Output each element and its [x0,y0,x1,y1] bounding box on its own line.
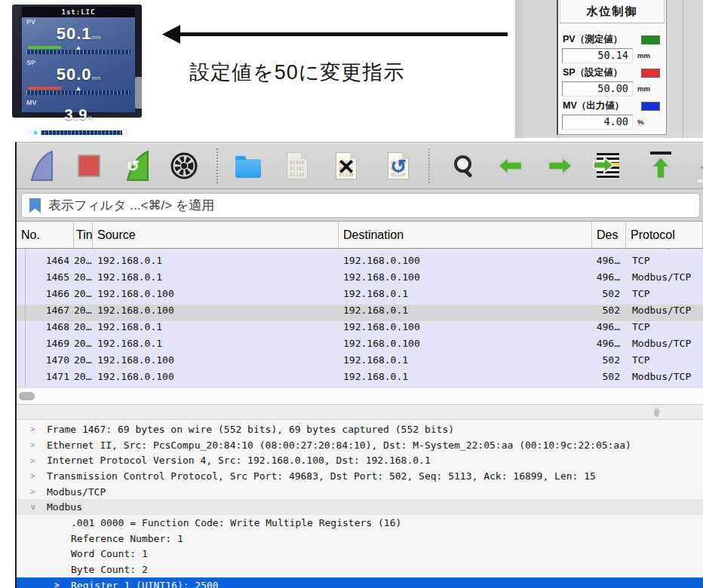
hmi-pv-swatch [641,35,660,44]
horizontal-scrollbar-thumb[interactable] [19,392,35,400]
horizontal-scrollbar [17,387,703,404]
packet-row[interactable]: 146420…192.168.0.1192.168.0.100496…TCP [17,255,703,271]
mv-label: MV [26,99,130,106]
chevron-right-icon[interactable]: > [30,487,41,496]
chevron-right-icon[interactable]: > [30,440,41,449]
packet-row[interactable]: 147120…192.168.0.100192.168.0.1502Modbus… [17,371,703,387]
save-document-icon: 01010 01101 01110 [287,152,308,179]
packet-row[interactable]: 146520…192.168.0.1192.168.0.100496…Modbu… [17,271,703,288]
column-header-protocol[interactable]: Protocol [626,222,703,248]
sp-scale [26,90,130,95]
chevron-right-icon[interactable]: > [30,456,41,465]
filter-bookmark-icon[interactable] [29,198,41,213]
display-filter-field[interactable] [21,193,700,218]
chevron-down-icon[interactable]: ∨ [30,502,41,512]
splitter-handle-icon[interactable] [654,409,659,417]
first-packet-button[interactable] [646,148,676,184]
stop-capture-button[interactable] [74,148,104,184]
capture-options-button[interactable] [169,148,199,184]
column-header-time[interactable]: Tin [74,222,93,248]
filter-bar [17,189,703,222]
detail-row-reference-number[interactable]: Reference Number: 1 [17,531,703,547]
pv-value: 50.1mm [26,26,130,46]
display-filter-input[interactable] [48,198,699,213]
find-packet-button[interactable] [449,148,479,184]
detail-row-modbus-tcp[interactable]: >Modbus/TCP [17,484,703,500]
packet-row-selected[interactable]: 146720…192.168.0.100192.168.0.1502Modbus… [17,305,703,321]
packet-row[interactable]: 146620…192.168.0.100192.168.0.1502TCP [17,288,703,305]
magnifier-icon [453,155,475,177]
mv-indicator-dot [34,131,37,134]
column-header-no[interactable]: No. [17,222,74,248]
chevron-right-icon[interactable]: > [30,424,41,433]
packet-row[interactable]: 146920…192.168.0.1192.168.0.100496…Modbu… [17,338,703,354]
hmi-mv-label: MV（出力値） [563,100,624,112]
packet-details-pane: >Frame 1467: 69 bytes on wire (552 bits)… [17,420,703,588]
packet-row[interactable]: 147020…192.168.0.100192.168.0.1502TCP [17,354,703,371]
pane-splitter[interactable] [17,404,703,420]
column-header-destination[interactable]: Destination [339,222,592,248]
wireshark-window: 01010 01101 01110 01010 01101 01110 0101… [15,142,703,588]
mv-value: 3.9% [26,106,130,127]
detail-row-byte-count[interactable]: Byte Count: 2 [17,562,703,577]
hmi-pv-label: PV（測定値） [563,33,622,46]
arrow-left-icon [496,155,524,177]
reload-document-icon: 01010 01101 01110 [388,152,409,179]
stop-square-icon [78,155,100,177]
chevron-right-icon[interactable]: > [30,471,41,480]
controller-screen: 1st:LIC PV 50.1mm SP 50.0mm MV 3.9% 閉 開 [22,7,135,112]
close-file-button[interactable]: 01010 01101 01110 [331,148,361,184]
arrow-up-icon [649,155,672,181]
sp-color-bar [28,87,61,90]
goto-packet-button[interactable] [593,148,623,184]
hmi-pv-value: 50.14 [562,48,633,63]
controller-display-photo: 1st:LIC PV 50.1mm SP 50.0mm MV 3.9% 閉 開 [12,5,142,118]
mv-pointer-icon [79,127,84,130]
detail-row-function-code[interactable]: .001 0000 = Function Code: Write Multipl… [17,515,703,531]
hmi-pv-unit: mm [637,51,650,60]
last-packet-icon [697,151,703,181]
packet-list-header: No. Tin Source Destination Des Protocol [17,222,703,249]
detail-row-ip[interactable]: >Internet Protocol Version 4, Src: 192.1… [17,452,703,468]
open-file-button[interactable] [233,148,263,184]
hmi-panel: 水位制御 PV（測定値） 50.14 mm SP（設定値） 50.00 mm M… [557,0,667,135]
packet-row-partial[interactable]: 1463 20… 192.168.0.100 192.168.0.1 502 M… [17,249,703,255]
detail-row-register-selected[interactable]: >Register 1 (UINT16): 2500 [17,577,703,588]
detail-row-modbus[interactable]: ∨Modbus [17,499,703,515]
hmi-sp-value: 50.00 [562,81,633,96]
previous-packet-button[interactable] [495,148,525,184]
sp-value: 50.0mm [26,66,130,87]
adjacent-panel-edge [135,77,142,109]
detail-row-word-count[interactable]: Word Count: 1 [17,547,703,562]
save-file-button[interactable]: 01010 01101 01110 [282,148,312,184]
column-header-source[interactable]: Source [93,222,339,248]
hmi-sp-label: SP（設定値） [563,66,622,79]
column-header-destport[interactable]: Des [592,222,626,248]
detail-row-tcp[interactable]: >Transmission Control Protocol, Src Port… [17,468,703,484]
chevron-right-icon[interactable]: > [54,580,65,588]
reload-file-button[interactable]: 01010 01101 01110 [383,148,413,184]
main-toolbar: 01010 01101 01110 01010 01101 01110 0101… [17,142,703,189]
hmi-bezel-line [683,0,683,138]
next-packet-button[interactable] [545,148,576,184]
toolbar-separator [428,149,430,183]
restart-capture-button[interactable] [122,148,152,184]
close-document-icon: 01010 01101 01110 [336,152,357,179]
last-packet-button[interactable] [693,148,703,184]
packet-row[interactable]: 146820…192.168.0.1192.168.0.100496…TCP [17,321,703,338]
gear-icon [170,152,198,179]
hmi-panel-photo: 水位制御 PV（測定値） 50.14 mm SP（設定値） 50.00 mm M… [515,0,703,138]
pv-pointer-icon [76,46,81,50]
mv-closed-glyph: 閉 [26,128,32,136]
controller-title: 1st:LIC [22,7,135,17]
goto-arrow-icon [592,156,615,174]
detail-row-frame[interactable]: >Frame 1467: 69 bytes on wire (552 bits)… [17,421,703,437]
shark-fin-icon [29,149,54,182]
annotation-arrow-left-icon [161,23,509,47]
detail-row-ethernet[interactable]: >Ethernet II, Src: PcsCompu_20:84:10 (08… [17,437,703,453]
restart-fin-icon [124,149,150,182]
first-packet-icon [649,151,672,181]
goto-packet-icon [597,153,619,179]
start-capture-button[interactable] [26,148,57,184]
hmi-mv-swatch [641,102,660,111]
